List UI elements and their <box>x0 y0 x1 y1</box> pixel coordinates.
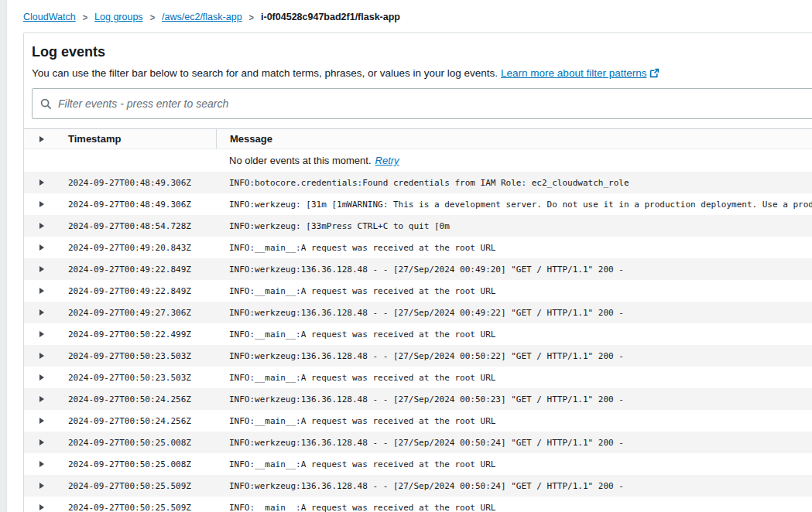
chevron-right-icon: > <box>249 12 254 22</box>
breadcrumb: CloudWatch > Log groups > /aws/ec2/flask… <box>23 12 812 22</box>
message-cell: INFO:werkzeug:136.36.128.48 - - [27/Sep/… <box>216 302 812 323</box>
expand-all-arrow-icon[interactable] <box>39 136 44 142</box>
log-events-table: Timestamp Message No older events at thi… <box>24 128 812 512</box>
table-row[interactable]: 2024-09-27T00:49:22.849Z INFO:werkzeug:1… <box>24 258 812 280</box>
timestamp-cell: 2024-09-27T00:50:25.008Z <box>59 453 216 475</box>
timestamp-cell: 2024-09-27T00:50:25.509Z <box>59 475 216 497</box>
timestamp-cell: 2024-09-27T00:49:22.849Z <box>59 280 216 302</box>
breadcrumb-log-group-name[interactable]: /aws/ec2/flask-app <box>162 12 242 22</box>
timestamp-cell: 2024-09-27T00:49:22.849Z <box>59 258 216 280</box>
table-row[interactable]: 2024-09-27T00:48:49.306Z INFO:werkzeug: … <box>24 193 812 215</box>
breadcrumb-log-stream-name: i-0f04528c947bad2f1/flask-app <box>261 12 400 22</box>
page-title: Log events <box>32 44 812 60</box>
table-row[interactable]: 2024-09-27T00:49:22.849Z INFO:__main__:A… <box>24 280 812 302</box>
expand-arrow-icon[interactable] <box>39 223 44 229</box>
message-cell: INFO:werkzeug: [33mPress CTRL+C to quit … <box>216 215 812 237</box>
message-cell: INFO:botocore.credentials:Found credenti… <box>216 172 812 193</box>
table-row[interactable]: 2024-09-27T00:48:49.306Z INFO:botocore.c… <box>24 172 812 193</box>
message-cell: INFO:werkzeug:136.36.128.48 - - [27/Sep/… <box>216 432 812 453</box>
expand-arrow-icon[interactable] <box>39 483 44 489</box>
timestamp-cell: 2024-09-27T00:50:24.256Z <box>59 410 216 432</box>
expand-arrow-icon[interactable] <box>39 179 44 186</box>
timestamp-cell: 2024-09-27T00:50:24.256Z <box>59 388 216 410</box>
expand-arrow-icon[interactable] <box>39 266 44 272</box>
retry-link[interactable]: Retry <box>375 155 399 166</box>
table-row[interactable]: 2024-09-27T00:48:54.728Z INFO:werkzeug: … <box>24 215 812 237</box>
table-row[interactable]: 2024-09-27T00:50:25.509Z INFO:__main__:A… <box>24 497 812 512</box>
expand-arrow-icon[interactable] <box>39 353 44 359</box>
table-row[interactable]: 2024-09-27T00:50:23.503Z INFO:__main__:A… <box>24 367 812 388</box>
table-row[interactable]: 2024-09-27T00:50:25.008Z INFO:werkzeug:1… <box>24 432 812 453</box>
message-cell: INFO:__main__:A request was received at … <box>216 453 812 475</box>
expand-arrow-icon[interactable] <box>39 396 44 402</box>
chevron-right-icon: > <box>150 12 155 22</box>
breadcrumb-log-groups[interactable]: Log groups <box>94 12 143 22</box>
table-row[interactable]: 2024-09-27T00:50:25.008Z INFO:__main__:A… <box>24 453 812 475</box>
filter-events-bar[interactable] <box>32 88 812 119</box>
table-row[interactable]: 2024-09-27T00:50:25.509Z INFO:werkzeug:1… <box>24 475 812 497</box>
timestamp-cell: 2024-09-27T00:50:25.008Z <box>59 432 216 453</box>
search-icon <box>40 98 52 110</box>
timestamp-column-header[interactable]: Timestamp <box>59 129 216 148</box>
breadcrumb-cloudwatch[interactable]: CloudWatch <box>23 12 76 22</box>
message-column-header[interactable]: Message <box>216 129 812 148</box>
timestamp-cell: 2024-09-27T00:50:22.499Z <box>59 323 216 345</box>
page-left-gutter <box>0 0 7 512</box>
message-cell: INFO:__main__:A request was received at … <box>216 323 812 345</box>
message-cell: INFO:__main__:A request was received at … <box>216 237 812 258</box>
expand-arrow-icon[interactable] <box>39 461 44 467</box>
message-cell: INFO:werkzeug: [31m [1mWARNING: This is … <box>216 193 812 215</box>
expand-arrow-icon[interactable] <box>39 439 44 445</box>
table-row[interactable]: 2024-09-27T00:50:24.256Z INFO:__main__:A… <box>24 410 812 432</box>
timestamp-cell: 2024-09-27T00:49:27.306Z <box>59 302 216 323</box>
timestamp-cell: 2024-09-27T00:48:49.306Z <box>59 193 216 215</box>
external-link-icon <box>649 68 660 78</box>
message-cell: INFO:werkzeug:136.36.128.48 - - [27/Sep/… <box>216 388 812 410</box>
no-older-events-text: No older events at this moment. <box>229 155 372 166</box>
timestamp-cell: 2024-09-27T00:50:25.509Z <box>59 497 216 512</box>
expand-arrow-icon[interactable] <box>39 244 44 251</box>
table-row[interactable]: 2024-09-27T00:49:27.306Z INFO:werkzeug:1… <box>24 302 812 323</box>
message-cell: INFO:werkzeug:136.36.128.48 - - [27/Sep/… <box>216 258 812 280</box>
message-cell: INFO:werkzeug:136.36.128.48 - - [27/Sep/… <box>216 475 812 497</box>
log-events-panel: Log events You can use the filter bar be… <box>23 32 812 512</box>
table-body: 2024-09-27T00:48:49.306Z INFO:botocore.c… <box>24 172 812 512</box>
message-cell: INFO:__main__:A request was received at … <box>216 410 812 432</box>
expand-arrow-icon[interactable] <box>39 331 44 337</box>
timestamp-cell: 2024-09-27T00:50:23.503Z <box>59 345 216 367</box>
table-row[interactable]: 2024-09-27T00:50:23.503Z INFO:werkzeug:1… <box>24 345 812 367</box>
panel-description: You can use the filter bar below to sear… <box>32 67 498 79</box>
timestamp-cell: 2024-09-27T00:50:23.503Z <box>59 367 216 388</box>
table-row[interactable]: 2024-09-27T00:49:20.843Z INFO:__main__:A… <box>24 237 812 258</box>
message-cell: INFO:__main__:A request was received at … <box>216 497 812 512</box>
learn-more-link[interactable]: Learn more about filter patterns <box>501 67 660 79</box>
message-cell: INFO:__main__:A request was received at … <box>216 280 812 302</box>
expand-arrow-icon[interactable] <box>39 504 44 510</box>
expand-arrow-icon[interactable] <box>39 309 44 316</box>
expand-arrow-icon[interactable] <box>39 288 44 294</box>
learn-more-label: Learn more about filter patterns <box>501 67 646 79</box>
expand-arrow-icon[interactable] <box>39 418 44 424</box>
table-row[interactable]: 2024-09-27T00:50:22.499Z INFO:__main__:A… <box>24 323 812 345</box>
filter-events-input[interactable] <box>58 97 812 110</box>
expand-arrow-icon[interactable] <box>39 201 44 207</box>
table-header-row: Timestamp Message <box>24 128 812 149</box>
timestamp-cell: 2024-09-27T00:49:20.843Z <box>59 237 216 258</box>
expand-arrow-icon[interactable] <box>39 374 44 381</box>
message-cell: INFO:werkzeug:136.36.128.48 - - [27/Sep/… <box>216 345 812 367</box>
no-older-events-row: No older events at this moment. Retry <box>24 149 812 172</box>
message-cell: INFO:__main__:A request was received at … <box>216 367 812 388</box>
table-row[interactable]: 2024-09-27T00:50:24.256Z INFO:werkzeug:1… <box>24 388 812 410</box>
chevron-right-icon: > <box>83 12 87 22</box>
timestamp-cell: 2024-09-27T00:48:54.728Z <box>59 215 216 237</box>
timestamp-cell: 2024-09-27T00:48:49.306Z <box>59 172 216 193</box>
